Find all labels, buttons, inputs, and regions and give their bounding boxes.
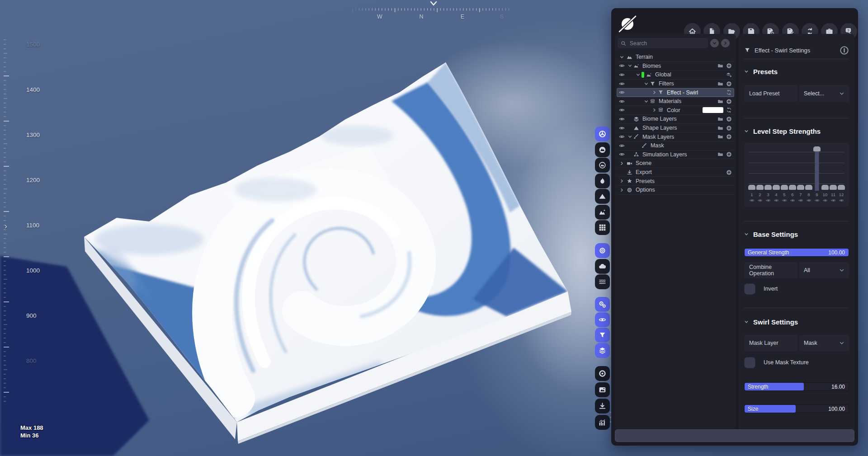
layers-plus-icon[interactable] [726,72,732,78]
general-strength-slider[interactable]: General Strength 100.00 [744,248,849,257]
search-input[interactable] [629,40,694,47]
level-step-handle[interactable] [764,185,772,190]
level-step-handle[interactable] [797,185,804,190]
level-eye-11[interactable] [829,198,837,203]
tree-row-filters[interactable]: Filters [617,80,734,89]
folder-icon[interactable] [717,99,723,104]
expander[interactable] [627,134,633,140]
tool-peaks-button[interactable] [595,205,610,220]
folder-icon[interactable] [717,125,723,131]
eye-icon[interactable] [619,72,625,78]
combine-operation-select[interactable]: All [799,262,849,278]
plus-icon[interactable] [726,169,732,175]
refresh-icon[interactable] [726,89,732,95]
level-step-handle[interactable] [821,185,829,190]
tool-wheel-button[interactable] [595,127,610,141]
tree-row-simulation-layers[interactable]: Simulation Layers [617,150,734,160]
level-eye-7[interactable] [797,198,805,203]
tree-row-shape-layers[interactable]: Shape Layers [617,124,734,133]
tree-row-color[interactable]: Color [617,106,734,115]
search-box[interactable] [618,38,708,48]
plus-icon[interactable] [726,116,732,122]
tool-cloud-button[interactable] [595,259,610,274]
level-step-1[interactable] [748,146,756,191]
section-level-steps[interactable]: Level Step Strengths [744,126,849,136]
level-step-12[interactable] [837,146,845,191]
eye-icon[interactable] [619,99,625,104]
tool-download-button[interactable] [595,399,610,414]
level-eye-2[interactable] [756,198,764,203]
expander[interactable] [627,63,633,69]
plus-icon[interactable] [726,81,732,87]
level-step-5[interactable] [780,146,788,191]
tree-row-effect-swirl[interactable]: Effect - Swirl [617,88,734,97]
panel-expand-handle[interactable]: › [5,221,12,231]
tool-mountain-button[interactable] [595,189,610,204]
tool-waves-button[interactable] [595,274,610,289]
eye-icon[interactable] [619,63,625,69]
section-swirl-settings[interactable]: Swirl Settings [744,317,849,327]
expander[interactable] [651,89,658,95]
section-base-settings[interactable]: Base Settings [744,229,849,239]
expander[interactable] [651,107,658,113]
eye-icon[interactable] [619,125,625,131]
level-step-handle[interactable] [789,185,796,190]
tool-layers-button[interactable] [595,343,610,358]
level-step-handle[interactable] [838,185,845,190]
section-presets[interactable]: Presets [744,66,849,76]
strength-slider[interactable]: Strength 16.00 [744,382,849,391]
expander[interactable] [643,99,650,104]
tool-target-button[interactable] [595,366,610,381]
folder-icon[interactable] [717,81,723,87]
panel-resize-grip[interactable] [610,412,612,423]
level-step-7[interactable] [797,146,805,191]
level-eye-1[interactable] [748,198,756,203]
tool-gears-button[interactable] [595,297,610,312]
level-eye-9[interactable] [813,198,821,203]
level-eye-3[interactable] [764,198,772,203]
eye-icon[interactable] [619,89,625,95]
eye-icon[interactable] [619,134,625,140]
level-step-handle[interactable] [781,185,788,190]
tree-row-biomes[interactable]: Biomes [617,62,734,71]
plus-icon[interactable] [726,99,732,104]
level-step-10[interactable] [821,146,829,191]
level-eye-5[interactable] [780,198,788,203]
tree-row-mask-layers[interactable]: Mask Layers [617,132,734,141]
plus-icon[interactable] [726,125,732,131]
search-prev-button[interactable] [710,39,719,47]
level-eye-8[interactable] [805,198,813,203]
tree-row-export[interactable]: Export [617,168,734,177]
tool-grid-button[interactable] [595,220,610,235]
invert-checkbox[interactable] [744,283,755,295]
tree-row-mask[interactable]: Mask [617,141,734,150]
eye-icon[interactable] [619,81,625,87]
compass-bar[interactable]: WNES [348,0,524,23]
folder-icon[interactable] [717,63,723,69]
level-eye-4[interactable] [772,198,780,203]
tree-row-presets[interactable]: Presets [617,177,734,186]
level-step-8[interactable] [805,146,813,191]
info-icon[interactable] [840,46,849,55]
tool-eye-button[interactable] [595,312,610,327]
tree-row-materials[interactable]: Materials [617,97,734,106]
tree-row-terrain[interactable]: Terrain [617,53,734,62]
eye-icon[interactable] [619,116,625,122]
level-step-handle[interactable] [756,185,764,190]
tool-stats-button[interactable] [595,415,610,430]
size-slider[interactable]: Size 100.00 [744,404,849,413]
tool-image-button[interactable] [595,382,610,397]
folder-icon[interactable] [717,116,723,122]
tool-flame-button[interactable] [595,174,610,188]
color-swatch[interactable] [703,107,723,113]
eye-icon[interactable] [619,143,625,149]
level-step-handle[interactable] [748,185,755,190]
level-eye-12[interactable] [837,198,845,203]
level-eye-10[interactable] [821,198,829,203]
eye-icon[interactable] [619,107,625,113]
level-step-handle[interactable] [773,185,780,190]
level-step-6[interactable] [788,146,797,191]
tree-row-options[interactable]: Options [617,186,734,195]
level-step-2[interactable] [756,146,764,191]
tree-row-scene[interactable]: Scene [617,159,734,168]
